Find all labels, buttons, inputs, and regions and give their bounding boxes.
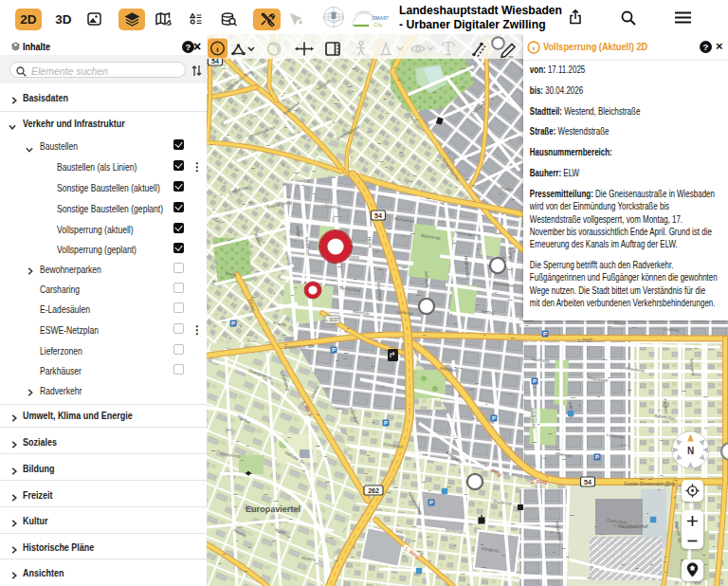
svg-text:City: City	[373, 22, 383, 27]
svg-text:SMART: SMART	[372, 15, 389, 21]
svg-text:20: 20	[508, 55, 514, 60]
svg-text:N: N	[687, 446, 694, 456]
